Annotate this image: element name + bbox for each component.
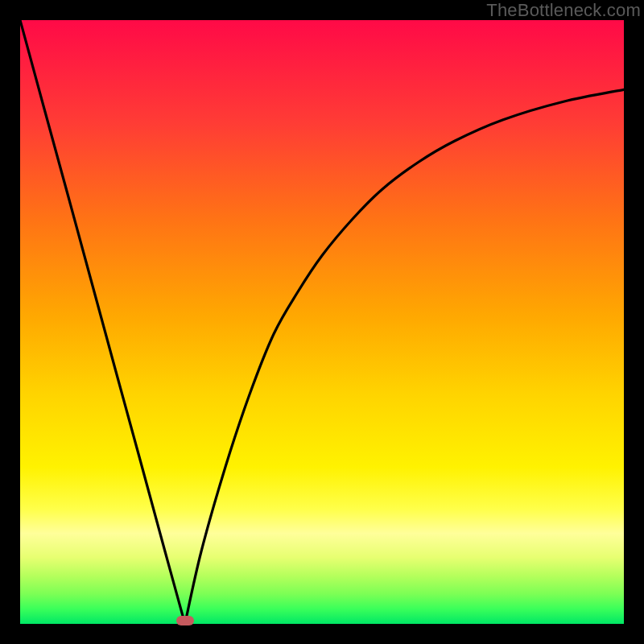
minimum-marker <box>176 616 194 625</box>
chart-curve <box>20 20 624 624</box>
watermark-text: TheBottleneck.com <box>486 0 641 21</box>
curve-left-branch <box>20 20 185 624</box>
chart-frame <box>20 20 624 624</box>
curve-right-branch <box>185 89 624 624</box>
